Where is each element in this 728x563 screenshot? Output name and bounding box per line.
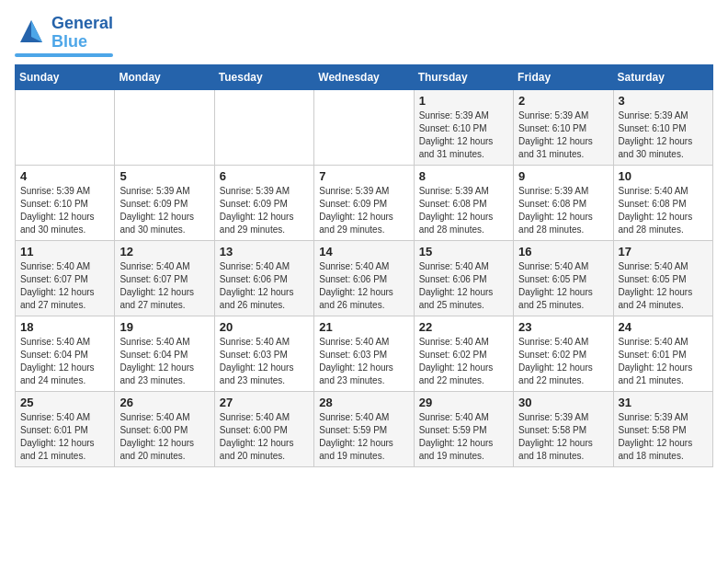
logo-general: General [51, 15, 113, 33]
calendar-cell: 4Sunrise: 5:39 AM Sunset: 6:10 PM Daylig… [16, 165, 115, 240]
calendar-cell: 3Sunrise: 5:39 AM Sunset: 6:10 PM Daylig… [613, 89, 712, 165]
calendar-cell: 5Sunrise: 5:39 AM Sunset: 6:09 PM Daylig… [115, 165, 214, 240]
day-number: 5 [119, 169, 209, 183]
day-info: Sunrise: 5:39 AM Sunset: 6:09 PM Dayligh… [319, 185, 408, 236]
day-info: Sunrise: 5:40 AM Sunset: 6:07 PM Dayligh… [119, 260, 209, 312]
col-wednesday: Wednesday [314, 64, 414, 89]
calendar-cell: 17Sunrise: 5:40 AM Sunset: 6:05 PM Dayli… [613, 240, 712, 316]
page-header: General Blue [15, 15, 713, 57]
calendar-cell: 12Sunrise: 5:40 AM Sunset: 6:07 PM Dayli… [115, 240, 214, 316]
day-number: 20 [220, 320, 309, 334]
day-number: 18 [20, 320, 109, 334]
day-info: Sunrise: 5:40 AM Sunset: 6:04 PM Dayligh… [20, 336, 109, 387]
calendar-cell: 19Sunrise: 5:40 AM Sunset: 6:04 PM Dayli… [115, 316, 214, 391]
calendar-cell: 25Sunrise: 5:40 AM Sunset: 6:01 PM Dayli… [16, 391, 115, 466]
day-number: 25 [20, 396, 109, 409]
day-info: Sunrise: 5:39 AM Sunset: 6:10 PM Dayligh… [619, 109, 708, 161]
calendar-cell: 13Sunrise: 5:40 AM Sunset: 6:06 PM Dayli… [214, 240, 313, 316]
day-info: Sunrise: 5:40 AM Sunset: 6:04 PM Dayligh… [119, 336, 209, 387]
day-info: Sunrise: 5:39 AM Sunset: 6:08 PM Dayligh… [518, 185, 608, 236]
calendar-cell [115, 89, 214, 165]
day-number: 8 [419, 169, 508, 183]
col-sunday: Sunday [16, 64, 115, 89]
day-info: Sunrise: 5:40 AM Sunset: 6:00 PM Dayligh… [119, 411, 209, 463]
day-number: 21 [319, 320, 408, 334]
day-number: 13 [220, 245, 309, 259]
day-info: Sunrise: 5:39 AM Sunset: 6:09 PM Dayligh… [119, 185, 209, 236]
logo-icon [15, 17, 48, 50]
day-number: 14 [319, 245, 408, 259]
calendar-table: SundayMondayTuesdayWednesdayThursdayFrid… [15, 64, 713, 467]
calendar-week-row: 4Sunrise: 5:39 AM Sunset: 6:10 PM Daylig… [16, 165, 713, 240]
calendar-cell: 30Sunrise: 5:39 AM Sunset: 5:58 PM Dayli… [514, 391, 613, 466]
calendar-cell: 28Sunrise: 5:40 AM Sunset: 5:59 PM Dayli… [314, 391, 414, 466]
day-info: Sunrise: 5:40 AM Sunset: 6:03 PM Dayligh… [220, 336, 309, 387]
calendar-cell: 23Sunrise: 5:40 AM Sunset: 6:02 PM Dayli… [514, 316, 613, 391]
day-info: Sunrise: 5:39 AM Sunset: 5:58 PM Dayligh… [518, 411, 608, 463]
day-info: Sunrise: 5:39 AM Sunset: 6:09 PM Dayligh… [220, 185, 309, 236]
day-info: Sunrise: 5:40 AM Sunset: 6:08 PM Dayligh… [619, 185, 708, 236]
calendar-week-row: 1Sunrise: 5:39 AM Sunset: 6:10 PM Daylig… [16, 89, 713, 165]
logo: General Blue [15, 15, 113, 57]
calendar-week-row: 18Sunrise: 5:40 AM Sunset: 6:04 PM Dayli… [16, 316, 713, 391]
calendar-cell [16, 89, 115, 165]
logo-blue: Blue [51, 33, 113, 52]
calendar-cell [314, 89, 414, 165]
calendar-cell: 1Sunrise: 5:39 AM Sunset: 6:10 PM Daylig… [414, 89, 513, 165]
day-info: Sunrise: 5:40 AM Sunset: 6:07 PM Dayligh… [20, 260, 109, 312]
day-number: 26 [119, 396, 209, 409]
calendar-cell: 18Sunrise: 5:40 AM Sunset: 6:04 PM Dayli… [16, 316, 115, 391]
col-tuesday: Tuesday [214, 64, 313, 89]
day-number: 16 [518, 245, 608, 259]
day-info: Sunrise: 5:40 AM Sunset: 5:59 PM Dayligh… [419, 411, 508, 463]
calendar-cell: 10Sunrise: 5:40 AM Sunset: 6:08 PM Dayli… [613, 165, 712, 240]
calendar-cell: 2Sunrise: 5:39 AM Sunset: 6:10 PM Daylig… [514, 89, 613, 165]
day-info: Sunrise: 5:40 AM Sunset: 6:02 PM Dayligh… [419, 336, 508, 387]
day-number: 22 [419, 320, 508, 334]
day-number: 2 [518, 94, 608, 108]
day-info: Sunrise: 5:40 AM Sunset: 6:06 PM Dayligh… [419, 260, 508, 312]
calendar-cell: 14Sunrise: 5:40 AM Sunset: 6:06 PM Dayli… [314, 240, 414, 316]
day-info: Sunrise: 5:40 AM Sunset: 6:02 PM Dayligh… [518, 336, 608, 387]
calendar-week-row: 11Sunrise: 5:40 AM Sunset: 6:07 PM Dayli… [16, 240, 713, 316]
day-info: Sunrise: 5:40 AM Sunset: 5:59 PM Dayligh… [319, 411, 408, 463]
day-number: 3 [619, 94, 708, 108]
calendar-cell: 31Sunrise: 5:39 AM Sunset: 5:58 PM Dayli… [613, 391, 712, 466]
calendar-cell: 11Sunrise: 5:40 AM Sunset: 6:07 PM Dayli… [16, 240, 115, 316]
day-number: 6 [220, 169, 309, 183]
day-info: Sunrise: 5:40 AM Sunset: 6:05 PM Dayligh… [619, 260, 708, 312]
day-info: Sunrise: 5:39 AM Sunset: 6:10 PM Dayligh… [518, 109, 608, 161]
day-number: 19 [119, 320, 209, 334]
calendar-cell: 27Sunrise: 5:40 AM Sunset: 6:00 PM Dayli… [214, 391, 313, 466]
day-number: 12 [119, 245, 209, 259]
calendar-cell: 15Sunrise: 5:40 AM Sunset: 6:06 PM Dayli… [414, 240, 513, 316]
calendar-header-row: SundayMondayTuesdayWednesdayThursdayFrid… [16, 64, 713, 89]
col-thursday: Thursday [414, 64, 513, 89]
calendar-cell [214, 89, 313, 165]
col-monday: Monday [115, 64, 214, 89]
day-number: 27 [220, 396, 309, 409]
day-info: Sunrise: 5:40 AM Sunset: 6:06 PM Dayligh… [319, 260, 408, 312]
day-number: 23 [518, 320, 608, 334]
logo-divider [15, 53, 113, 57]
calendar-cell: 7Sunrise: 5:39 AM Sunset: 6:09 PM Daylig… [314, 165, 414, 240]
day-number: 4 [20, 169, 109, 183]
day-info: Sunrise: 5:40 AM Sunset: 6:00 PM Dayligh… [220, 411, 309, 463]
calendar-cell: 29Sunrise: 5:40 AM Sunset: 5:59 PM Dayli… [414, 391, 513, 466]
day-info: Sunrise: 5:39 AM Sunset: 6:10 PM Dayligh… [419, 109, 508, 161]
day-info: Sunrise: 5:40 AM Sunset: 6:05 PM Dayligh… [518, 260, 608, 312]
day-info: Sunrise: 5:40 AM Sunset: 6:03 PM Dayligh… [319, 336, 408, 387]
calendar-cell: 20Sunrise: 5:40 AM Sunset: 6:03 PM Dayli… [214, 316, 313, 391]
calendar-cell: 24Sunrise: 5:40 AM Sunset: 6:01 PM Dayli… [613, 316, 712, 391]
day-number: 30 [518, 396, 608, 409]
day-info: Sunrise: 5:40 AM Sunset: 6:06 PM Dayligh… [220, 260, 309, 312]
calendar-cell: 9Sunrise: 5:39 AM Sunset: 6:08 PM Daylig… [514, 165, 613, 240]
day-number: 28 [319, 396, 408, 409]
day-info: Sunrise: 5:39 AM Sunset: 5:58 PM Dayligh… [619, 411, 708, 463]
day-info: Sunrise: 5:40 AM Sunset: 6:01 PM Dayligh… [619, 336, 708, 387]
calendar-week-row: 25Sunrise: 5:40 AM Sunset: 6:01 PM Dayli… [16, 391, 713, 466]
col-saturday: Saturday [613, 64, 712, 89]
day-info: Sunrise: 5:40 AM Sunset: 6:01 PM Dayligh… [20, 411, 109, 463]
day-info: Sunrise: 5:39 AM Sunset: 6:10 PM Dayligh… [20, 185, 109, 236]
calendar-cell: 21Sunrise: 5:40 AM Sunset: 6:03 PM Dayli… [314, 316, 414, 391]
